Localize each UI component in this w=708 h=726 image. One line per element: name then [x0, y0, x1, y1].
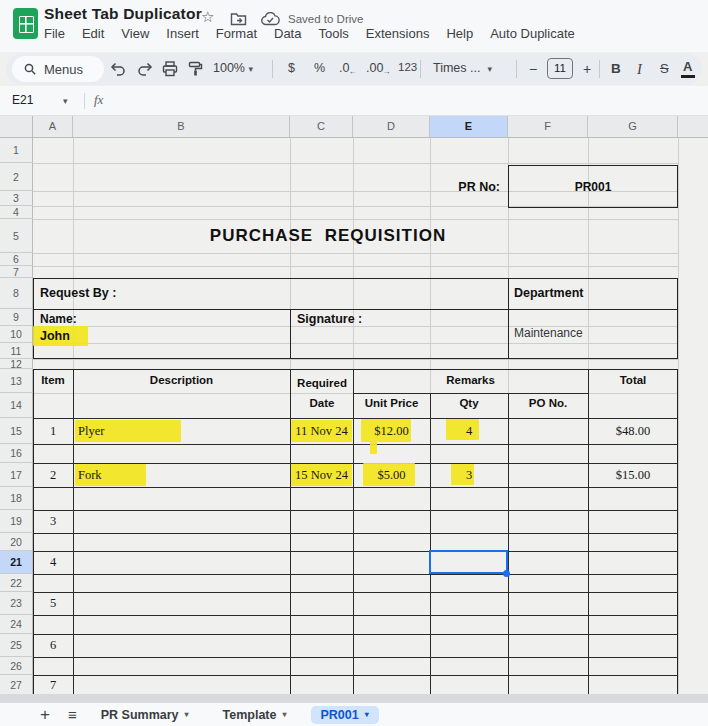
sheet-tab-template[interactable]: Template▾: [213, 706, 297, 724]
cell-item-7[interactable]: 7: [33, 675, 73, 695]
move-folder-icon[interactable]: [230, 12, 247, 26]
cell-description-2[interactable]: Fork: [78, 463, 288, 487]
increase-font-size-button[interactable]: +: [583, 61, 591, 77]
col-header-item[interactable]: Item: [33, 374, 73, 386]
row-header-7[interactable]: 7: [0, 266, 33, 278]
fill-handle[interactable]: [503, 570, 510, 577]
column-header-A[interactable]: A: [33, 116, 73, 137]
column-header-F[interactable]: F: [508, 116, 588, 137]
row-header-15[interactable]: 15: [0, 418, 33, 444]
row-header-25[interactable]: 25: [0, 634, 33, 657]
row-header-21[interactable]: 21: [0, 551, 33, 574]
bold-button[interactable]: B: [611, 61, 621, 76]
menu-data[interactable]: Data: [274, 26, 301, 41]
star-icon[interactable]: ☆: [201, 8, 214, 26]
menu-view[interactable]: View: [121, 26, 149, 41]
font-family-control[interactable]: Times ... ▾: [433, 61, 492, 75]
name-box-caret-icon[interactable]: ▾: [63, 96, 68, 106]
row-header-26[interactable]: 26: [0, 657, 33, 675]
italic-button[interactable]: I: [637, 61, 642, 78]
row-header-8[interactable]: 8: [0, 278, 33, 309]
cell-item-1[interactable]: 1: [33, 418, 73, 444]
more-formats-button[interactable]: 123: [398, 61, 417, 73]
pr-no-value[interactable]: PR001: [508, 180, 678, 194]
name-value[interactable]: John: [40, 329, 70, 343]
row-header-5[interactable]: 5: [0, 219, 33, 253]
row-header-19[interactable]: 19: [0, 510, 33, 533]
document-title[interactable]: Sheet Tab Duplicator: [44, 5, 202, 23]
form-title[interactable]: PURCHASE REQUISITION: [93, 226, 563, 246]
format-currency-button[interactable]: $: [288, 61, 295, 75]
col-header-description[interactable]: Description: [73, 374, 290, 386]
row-header-3[interactable]: 3: [0, 191, 33, 206]
selected-cell-E21[interactable]: [429, 550, 508, 574]
sheets-logo-icon[interactable]: [13, 8, 38, 39]
col-header-required-date[interactable]: Required Date: [292, 374, 352, 413]
menus-button[interactable]: Menus: [12, 56, 104, 82]
all-sheets-button[interactable]: ≡: [68, 706, 77, 723]
print-button[interactable]: [162, 61, 178, 77]
row-header-13[interactable]: 13: [0, 369, 33, 393]
col-header-total[interactable]: Total: [588, 374, 678, 386]
font-size-input[interactable]: 11: [547, 58, 573, 79]
decrease-decimal-button[interactable]: .0←: [339, 61, 357, 75]
column-header-D[interactable]: D: [353, 116, 430, 137]
col-header-qty[interactable]: Qty: [430, 397, 508, 409]
row-header-17[interactable]: 17: [0, 463, 33, 487]
column-header-E[interactable]: E: [430, 116, 508, 137]
row-header-20[interactable]: 20: [0, 533, 33, 551]
row-header-2[interactable]: 2: [0, 163, 33, 191]
request-by-label[interactable]: Request By :: [40, 286, 116, 300]
row-header-27[interactable]: 27: [0, 675, 33, 695]
row-header-6[interactable]: 6: [0, 253, 33, 266]
name-box[interactable]: E21: [12, 93, 33, 107]
col-header-remarks[interactable]: Remarks: [353, 374, 588, 386]
cell-date-2[interactable]: 15 Nov 24: [290, 463, 353, 487]
column-header-B[interactable]: B: [73, 116, 290, 137]
department-label[interactable]: Department: [514, 286, 583, 300]
row-header-12[interactable]: 12: [0, 359, 33, 369]
menu-format[interactable]: Format: [216, 26, 257, 41]
name-label[interactable]: Name:: [40, 312, 77, 326]
menu-help[interactable]: Help: [446, 26, 473, 41]
sheet-tab-pr001[interactable]: PR001▾: [311, 706, 379, 724]
paint-format-button[interactable]: [188, 61, 203, 77]
row-header-4[interactable]: 4: [0, 206, 33, 219]
row-header-22[interactable]: 22: [0, 574, 33, 592]
row-header-14[interactable]: 14: [0, 393, 33, 418]
row-header-18[interactable]: 18: [0, 487, 33, 510]
row-header-10[interactable]: 10: [0, 326, 33, 343]
menu-insert[interactable]: Insert: [166, 26, 199, 41]
cell-date-1[interactable]: 11 Nov 24: [290, 418, 353, 444]
cell-total-1[interactable]: $48.00: [588, 418, 678, 444]
row-header-23[interactable]: 23: [0, 592, 33, 615]
redo-button[interactable]: [137, 62, 153, 76]
row-header-9[interactable]: 9: [0, 309, 33, 326]
cell-item-5[interactable]: 5: [33, 592, 73, 615]
cell-item-6[interactable]: 6: [33, 634, 73, 657]
zoom-control[interactable]: 100% ▾: [213, 61, 253, 75]
chevron-down-icon[interactable]: ▾: [185, 710, 189, 719]
column-header-G[interactable]: G: [588, 116, 678, 137]
cell-item-3[interactable]: 3: [33, 510, 73, 533]
menu-extensions[interactable]: Extensions: [366, 26, 430, 41]
text-color-button[interactable]: A: [683, 59, 692, 74]
undo-button[interactable]: [110, 62, 126, 76]
cell-total-2[interactable]: $15.00: [588, 463, 678, 487]
cell-qty-1[interactable]: 4: [430, 418, 508, 444]
decrease-font-size-button[interactable]: −: [529, 61, 537, 77]
cell-price-2[interactable]: $5.00: [353, 463, 430, 487]
strikethrough-button[interactable]: S: [660, 61, 669, 76]
column-header-C[interactable]: C: [290, 116, 353, 137]
row-header-24[interactable]: 24: [0, 615, 33, 634]
cell-description-1[interactable]: Plyer: [78, 418, 288, 444]
col-header-unit-price[interactable]: Unit Price: [353, 397, 430, 409]
menu-file[interactable]: File: [44, 26, 65, 41]
pr-no-label[interactable]: PR No:: [380, 180, 500, 194]
add-sheet-button[interactable]: +: [40, 705, 50, 725]
menu-edit[interactable]: Edit: [82, 26, 104, 41]
increase-decimal-button[interactable]: .00→: [366, 61, 391, 75]
chevron-down-icon[interactable]: ▾: [365, 710, 369, 719]
row-header-1[interactable]: 1: [0, 138, 33, 163]
col-header-po-no[interactable]: PO No.: [508, 397, 588, 409]
